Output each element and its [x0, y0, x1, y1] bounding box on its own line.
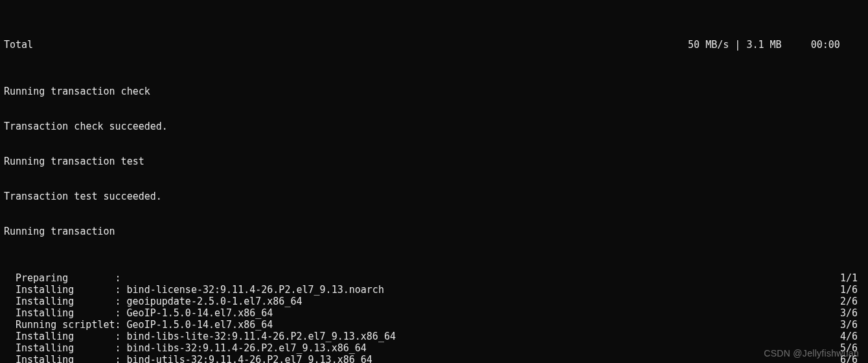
step-separator: :	[115, 296, 127, 307]
total-speed: 50 MB/s	[688, 39, 729, 51]
step-separator: :	[115, 354, 127, 363]
status-line: Running transaction	[4, 226, 864, 237]
step-action: Installing	[16, 342, 115, 354]
step-package: bind-libs-32:9.11.4-26.P2.el7_9.13.x86_6…	[127, 342, 367, 354]
transaction-step: Installing: bind-utils-32:9.11.4-26.P2.e…	[4, 354, 864, 363]
transaction-step: Installing: bind-libs-lite-32:9.11.4-26.…	[4, 331, 864, 342]
step-action: Installing	[16, 354, 115, 363]
step-separator: :	[115, 319, 127, 331]
transaction-step: Running scriptlet: GeoIP-1.5.0-14.el7.x8…	[4, 319, 864, 331]
step-count: 3/6	[840, 319, 864, 331]
watermark: CSDN @Jellyfishwuan	[764, 347, 859, 359]
step-action: Preparing	[16, 272, 115, 284]
step-count: 1/1	[840, 272, 864, 284]
transaction-step: Installing: GeoIP-1.5.0-14.el7.x86_643/6	[4, 307, 864, 319]
total-row: Total 50 MB/s | 3.1 MB 00:00	[4, 39, 864, 51]
transaction-step: Preparing: 1/1	[4, 272, 864, 284]
total-time: 00:00	[811, 39, 840, 51]
step-separator: :	[115, 307, 127, 319]
step-separator: :	[115, 284, 127, 296]
total-size: 3.1 MB	[746, 39, 781, 51]
total-sep: |	[735, 39, 740, 51]
step-package: GeoIP-1.5.0-14.el7.x86_64	[127, 319, 273, 331]
status-line: Running transaction test	[4, 156, 864, 167]
transaction-step: Installing: bind-libs-32:9.11.4-26.P2.el…	[4, 342, 864, 354]
status-line: Transaction check succeeded.	[4, 121, 864, 132]
step-count: 2/6	[840, 296, 864, 307]
step-count: 1/6	[840, 284, 864, 296]
transaction-steps: Preparing: 1/1Installing: bind-license-3…	[4, 272, 864, 363]
total-label: Total	[4, 39, 33, 51]
step-action: Installing	[16, 284, 115, 296]
step-separator: :	[115, 342, 127, 354]
status-line: Transaction test succeeded.	[4, 191, 864, 202]
step-package: GeoIP-1.5.0-14.el7.x86_64	[127, 307, 273, 319]
status-line: Running transaction check	[4, 86, 864, 97]
terminal-output: Total 50 MB/s | 3.1 MB 00:00 Running tra…	[0, 0, 868, 363]
step-package: bind-utils-32:9.11.4-26.P2.el7_9.13.x86_…	[127, 354, 372, 363]
step-count: 4/6	[840, 331, 864, 342]
step-package: bind-license-32:9.11.4-26.P2.el7_9.13.no…	[127, 284, 384, 296]
total-stats: 50 MB/s | 3.1 MB 00:00	[688, 39, 864, 51]
step-separator: :	[115, 272, 127, 284]
step-action: Installing	[16, 331, 115, 342]
transaction-step: Installing: bind-license-32:9.11.4-26.P2…	[4, 284, 864, 296]
step-separator: :	[115, 331, 127, 342]
step-package: bind-libs-lite-32:9.11.4-26.P2.el7_9.13.…	[127, 331, 396, 342]
step-package: geoipupdate-2.5.0-1.el7.x86_64	[127, 296, 303, 307]
step-action: Running scriptlet	[16, 319, 115, 331]
step-action: Installing	[16, 296, 115, 307]
transaction-step: Installing: geoipupdate-2.5.0-1.el7.x86_…	[4, 296, 864, 307]
step-action: Installing	[16, 307, 115, 319]
step-count: 3/6	[840, 307, 864, 319]
